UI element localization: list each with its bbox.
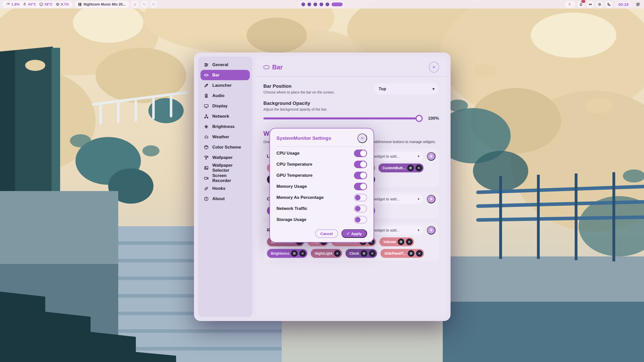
dashboard-grid-icon bbox=[636, 2, 640, 7]
background-opacity-slider[interactable] bbox=[263, 115, 423, 122]
sidebar-label: Weather bbox=[212, 134, 229, 140]
chip-settings-button[interactable] bbox=[398, 239, 404, 245]
sidebar-item-network[interactable]: Network bbox=[200, 111, 250, 121]
chip-label: Brightness bbox=[271, 251, 289, 255]
clock[interactable]: 00:28 bbox=[615, 1, 632, 8]
sidebar-item-audio[interactable]: Audio bbox=[200, 90, 250, 101]
monitor-icon bbox=[204, 104, 209, 109]
chip-remove-button[interactable] bbox=[369, 250, 376, 257]
workspace-dot-4[interactable] bbox=[319, 3, 323, 6]
bar-position-row: Bar Position Choose where to place the b… bbox=[263, 83, 439, 95]
workspaces-pill bbox=[298, 1, 346, 8]
workspace-dot-3[interactable] bbox=[313, 3, 317, 6]
memory-as-percentage-toggle[interactable] bbox=[354, 194, 367, 201]
chevron-down-icon: ▾ bbox=[418, 154, 419, 158]
skull-button[interactable] bbox=[132, 1, 138, 8]
cancel-button[interactable]: Cancel bbox=[315, 229, 338, 238]
storage-usage-toggle[interactable] bbox=[354, 216, 367, 223]
sidebar-item-weather[interactable]: Weather bbox=[200, 132, 250, 142]
workspace-dot-2[interactable] bbox=[307, 3, 311, 6]
sun-icon bbox=[204, 124, 209, 129]
overview-button[interactable] bbox=[635, 1, 641, 8]
sidebar-label: Network bbox=[212, 114, 229, 119]
sidebar-item-wallpaper-selector[interactable]: Wallpaper Selector bbox=[200, 163, 250, 173]
workspace-dot-1[interactable] bbox=[301, 3, 305, 6]
media-player-pill[interactable]: Nightcore Music Mix 20... bbox=[75, 1, 129, 8]
heart-button-2[interactable] bbox=[150, 1, 157, 8]
widget-chip-nightlight[interactable]: NightLight bbox=[311, 249, 342, 258]
sidebar-item-display[interactable]: Display bbox=[200, 101, 250, 111]
tray-app-button[interactable] bbox=[565, 1, 575, 8]
toggle-label: CPU Usage bbox=[276, 151, 300, 156]
sidebar-item-general[interactable]: General bbox=[200, 60, 250, 70]
chip-remove-button[interactable] bbox=[416, 250, 423, 257]
toggle-label: Memory As Percentage bbox=[276, 195, 324, 200]
bar-position-dropdown[interactable]: Top ▾ bbox=[374, 83, 439, 95]
modal-close-button[interactable]: × bbox=[357, 133, 367, 143]
sidebar-label: General bbox=[212, 62, 228, 67]
widget-chip-custombutton[interactable]: CustomButt... bbox=[378, 163, 424, 172]
sidebar-label: Bar bbox=[212, 73, 219, 78]
section-right-add-button[interactable]: + bbox=[427, 226, 435, 235]
system-stats-pill[interactable]: 1.8% 43°C 38°C 9.7G bbox=[3, 1, 72, 8]
night-light-button[interactable] bbox=[606, 1, 612, 8]
sidebar-item-hooks[interactable]: Hooks bbox=[200, 183, 250, 194]
background-opacity-value: 100% bbox=[426, 116, 439, 121]
section-left-add-button[interactable]: + bbox=[427, 152, 435, 161]
sidebar-item-brightness[interactable]: Brightness bbox=[200, 121, 250, 132]
widget-chip-clock[interactable]: Clock bbox=[345, 249, 377, 258]
chip-settings-button[interactable] bbox=[291, 250, 298, 257]
brightness-button[interactable] bbox=[596, 1, 603, 8]
sidebar-item-wallpaper[interactable]: Wallpaper bbox=[200, 152, 250, 163]
speaker-icon bbox=[588, 2, 592, 7]
bar-pill-icon bbox=[204, 73, 209, 78]
heart-button-1[interactable] bbox=[141, 1, 148, 8]
sidebar-item-about[interactable]: About bbox=[200, 194, 250, 204]
cpu-temperature-toggle[interactable] bbox=[354, 161, 367, 168]
chip-remove-button[interactable] bbox=[334, 250, 341, 257]
sidebar-item-bar[interactable]: Bar bbox=[200, 70, 250, 80]
sidebar-item-color-scheme[interactable]: Color Scheme bbox=[200, 142, 250, 152]
section-center-add-button[interactable]: + bbox=[427, 195, 435, 203]
toggle-knob bbox=[360, 150, 366, 156]
chip-settings-button[interactable] bbox=[408, 250, 414, 257]
sidebar-item-screen-recorder[interactable]: Screen Recorder bbox=[200, 173, 250, 183]
slider-thumb[interactable] bbox=[416, 115, 423, 122]
toggle-row-cpu-temperature: CPU Temperature bbox=[276, 159, 367, 170]
chip-remove-button[interactable] bbox=[299, 250, 306, 257]
systemmonitor-settings-modal: SystemMonitor Settings × CPU Usage CPU T… bbox=[269, 128, 374, 243]
night-light-off-icon bbox=[607, 2, 611, 7]
toggle-row-network-traffic: Network Traffic bbox=[276, 203, 367, 214]
modal-divider bbox=[276, 146, 367, 147]
volume-button[interactable] bbox=[587, 1, 594, 8]
widget-chip-volume[interactable]: Volume bbox=[379, 237, 414, 246]
sidebar-label: About bbox=[212, 196, 225, 201]
workspace-dot-5[interactable] bbox=[326, 3, 329, 6]
workspace-active-indicator[interactable] bbox=[332, 3, 343, 6]
window-close-button[interactable]: × bbox=[429, 62, 439, 73]
background-opacity-label: Background Opacity bbox=[263, 101, 439, 106]
widget-chip-brightness[interactable]: Brightness bbox=[267, 249, 307, 258]
heart-icon bbox=[152, 3, 155, 6]
link-icon bbox=[204, 186, 209, 191]
chip-remove-button[interactable] bbox=[406, 239, 413, 245]
chip-settings-button[interactable] bbox=[407, 165, 414, 171]
widget-chip-sidepaneltoggle[interactable]: SidePanelT... bbox=[380, 249, 424, 258]
cpu-usage-toggle[interactable] bbox=[354, 150, 367, 157]
memory-stat: 9.7G bbox=[56, 2, 69, 6]
gear-icon bbox=[399, 240, 403, 244]
memory-usage-toggle[interactable] bbox=[354, 183, 367, 190]
sidebar-item-launcher[interactable]: Launcher bbox=[200, 80, 250, 90]
chip-settings-button[interactable] bbox=[361, 250, 367, 257]
notifications-button[interactable]: 10 bbox=[578, 1, 584, 8]
chip-remove-button[interactable] bbox=[416, 165, 422, 171]
network-traffic-toggle[interactable] bbox=[354, 205, 367, 212]
close-icon bbox=[418, 252, 421, 255]
chip-icon bbox=[56, 2, 60, 6]
toggle-row-gpu-temperature: GPU Temperature bbox=[276, 170, 367, 181]
gpu-temperature-toggle[interactable] bbox=[354, 172, 367, 179]
toggle-label: GPU Temperature bbox=[276, 173, 312, 178]
apply-button[interactable]: ✓ Apply bbox=[341, 229, 367, 238]
toggle-knob bbox=[360, 161, 366, 167]
slider-track bbox=[263, 117, 419, 119]
